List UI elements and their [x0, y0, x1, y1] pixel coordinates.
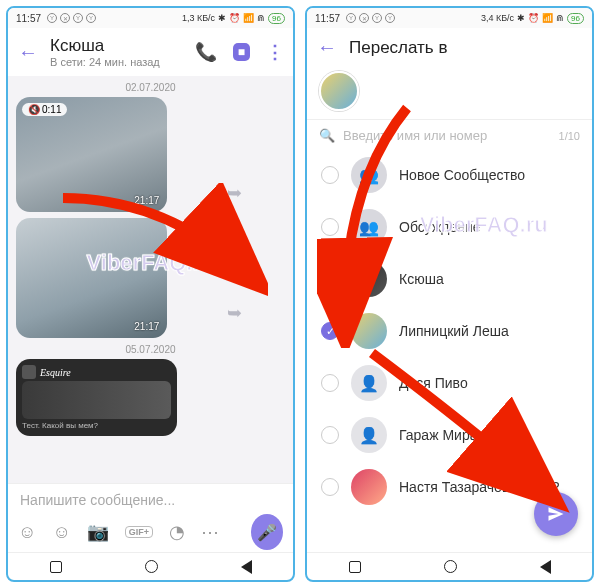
back-icon[interactable]: ← — [18, 41, 38, 64]
more-icon[interactable]: ⋮ — [266, 41, 283, 63]
selection-count: 1/10 — [559, 130, 580, 142]
contact-name: Деся Пиво — [399, 375, 468, 391]
link-preview-message[interactable]: Esquire Тест. Какой вы мем? — [16, 359, 177, 436]
forward-screen: 11:57 Y ✕ Y Y 3,4 КБ/с ✱ ⏰ 📶 ⋒ 96 ← Пере… — [305, 6, 594, 582]
recents-icon[interactable] — [349, 561, 361, 573]
contact-avatar — [351, 313, 387, 349]
screen-title: Переслать в — [349, 38, 582, 58]
status-icon: Y — [385, 13, 395, 23]
contact-avatar — [351, 469, 387, 505]
alarm-icon: ⏰ — [229, 13, 240, 23]
status-icon: ✕ — [359, 13, 369, 23]
wifi-icon: ⋒ — [556, 13, 564, 23]
select-radio[interactable] — [321, 270, 339, 288]
contact-row[interactable]: 👥 Обсуждение — [307, 201, 592, 253]
selected-avatar[interactable] — [319, 71, 359, 111]
battery-badge: 96 — [567, 13, 584, 24]
group-avatar-icon: 👥 — [351, 157, 387, 193]
video-message[interactable]: 🔇 0:11 21:17 — [16, 97, 167, 212]
emoji-icon[interactable]: ☺ — [52, 522, 70, 543]
home-icon[interactable] — [145, 560, 158, 573]
status-icon: Y — [47, 13, 57, 23]
forward-header: ← Переслать в — [307, 28, 592, 67]
message-time: 21:17 — [134, 195, 159, 206]
contact-name: Обсуждение — [399, 219, 481, 235]
last-seen: В сети: 24 мин. назад — [50, 56, 183, 68]
video-duration: 0:11 — [42, 104, 61, 115]
contact-list[interactable]: 👥 Новое Сообщество 👥 Обсуждение Ксюша ✓ … — [307, 149, 592, 552]
alarm-icon: ⏰ — [528, 13, 539, 23]
video-message[interactable]: 21:17 — [16, 218, 167, 338]
select-radio[interactable] — [321, 166, 339, 184]
forward-icon[interactable]: ➥ — [227, 182, 242, 204]
battery-badge: 96 — [268, 13, 285, 24]
divider — [307, 119, 592, 120]
contact-row[interactable]: Ксюша — [307, 253, 592, 305]
contact-name: Липницкий Леша — [399, 323, 509, 339]
contact-row[interactable]: ✓ Липницкий Леша — [307, 305, 592, 357]
status-icon: Y — [73, 13, 83, 23]
contact-avatar-placeholder: 👤 — [351, 417, 387, 453]
group-avatar-icon: 👥 — [351, 209, 387, 245]
contact-row[interactable]: 👤 Гараж Мира — [307, 409, 592, 461]
contact-name: Гараж Мира — [399, 427, 477, 443]
status-icon: Y — [372, 13, 382, 23]
contact-row[interactable]: 👥 Новое Сообщество — [307, 149, 592, 201]
camera-icon[interactable]: 📷 — [87, 521, 109, 543]
select-radio-checked[interactable]: ✓ — [321, 322, 339, 340]
date-separator: 05.07.2020 — [16, 344, 285, 355]
contact-name: Новое Сообщество — [399, 167, 525, 183]
back-nav-icon[interactable] — [540, 560, 551, 574]
android-navbar — [8, 552, 293, 580]
send-icon — [546, 504, 566, 524]
timer-icon[interactable]: ◔ — [169, 521, 185, 543]
chat-title[interactable]: Ксюша — [50, 36, 183, 56]
search-icon: 🔍 — [319, 128, 335, 143]
contact-name: Настя Тазарачева Теле2 — [399, 479, 560, 495]
clock: 11:57 — [16, 13, 41, 24]
video-call-icon[interactable]: ■ — [233, 43, 250, 61]
status-icon: Y — [86, 13, 96, 23]
status-icon: ✕ — [60, 13, 70, 23]
back-icon[interactable]: ← — [317, 36, 337, 59]
net-speed: 3,4 КБ/с — [481, 13, 514, 23]
status-icon: Y — [346, 13, 356, 23]
clock: 11:57 — [315, 13, 340, 24]
preview-image — [22, 381, 171, 419]
bluetooth-icon: ✱ — [517, 13, 525, 23]
call-icon[interactable]: 📞 — [195, 41, 217, 63]
recents-icon[interactable] — [50, 561, 62, 573]
contact-name: Ксюша — [399, 271, 444, 287]
select-radio[interactable] — [321, 218, 339, 236]
mic-button[interactable]: 🎤 — [251, 514, 283, 550]
bluetooth-icon: ✱ — [218, 13, 226, 23]
signal-icon: 📶 — [243, 13, 254, 23]
more-compose-icon[interactable]: ⋯ — [201, 521, 219, 543]
contact-row[interactable]: 👤 Деся Пиво — [307, 357, 592, 409]
select-radio[interactable] — [321, 374, 339, 392]
chat-header: ← Ксюша В сети: 24 мин. назад 📞 ■ ⋮ — [8, 28, 293, 76]
compose-bar: Напишите сообщение... ☺ ☺ 📷 GIF+ ◔ ⋯ 🎤 — [8, 483, 293, 552]
send-button[interactable] — [534, 492, 578, 536]
forward-icon[interactable]: ➥ — [227, 302, 242, 324]
search-row[interactable]: 🔍 Введите имя или номер 1/10 — [307, 122, 592, 149]
preview-caption: Тест. Какой вы мем? — [22, 421, 171, 430]
android-navbar — [307, 552, 592, 580]
status-bar: 11:57 Y ✕ Y Y 3,4 КБ/с ✱ ⏰ 📶 ⋒ 96 — [307, 8, 592, 28]
signal-icon: 📶 — [542, 13, 553, 23]
home-icon[interactable] — [444, 560, 457, 573]
select-radio[interactable] — [321, 426, 339, 444]
back-nav-icon[interactable] — [241, 560, 252, 574]
source-name: Esquire — [40, 367, 71, 378]
message-time: 21:17 — [134, 321, 159, 332]
source-avatar — [22, 365, 36, 379]
contact-avatar-placeholder: 👤 — [351, 365, 387, 401]
sticker-icon[interactable]: ☺ — [18, 522, 36, 543]
selected-recipients — [307, 67, 592, 119]
contact-avatar — [351, 261, 387, 297]
date-separator: 02.07.2020 — [16, 82, 285, 93]
gif-icon[interactable]: GIF+ — [125, 526, 153, 538]
select-radio[interactable] — [321, 478, 339, 496]
chat-body[interactable]: 02.07.2020 🔇 0:11 21:17 ➥ 21:17 ➥ 05.07.… — [8, 76, 293, 483]
message-input[interactable]: Напишите сообщение... — [16, 490, 285, 514]
